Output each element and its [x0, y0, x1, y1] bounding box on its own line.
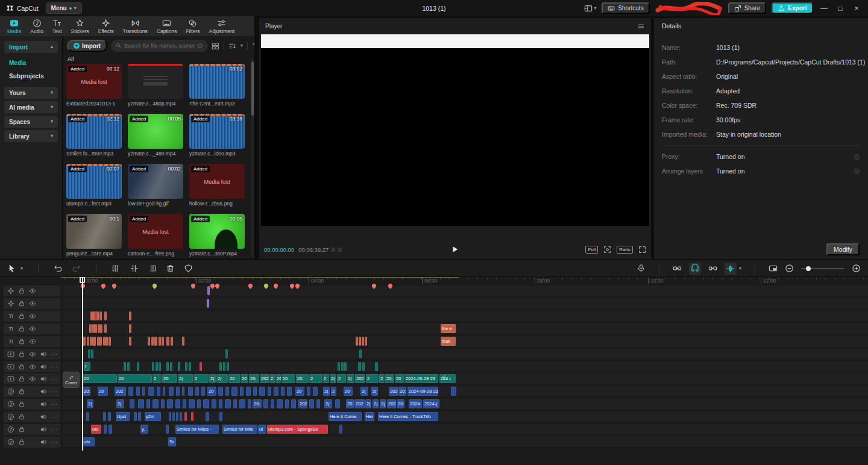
more-options-icon[interactable]: ···	[51, 364, 58, 370]
timeline-clip[interactable]	[203, 399, 209, 408]
timeline-clip[interactable]: 20	[118, 374, 152, 383]
preview-icon[interactable]	[769, 264, 778, 273]
timeline-clip[interactable]	[137, 362, 139, 371]
frame-step-icon[interactable]	[331, 248, 335, 252]
timeline-clip[interactable]	[240, 387, 244, 396]
more-options-icon[interactable]: ···	[51, 426, 58, 432]
playhead[interactable]	[82, 277, 83, 451]
media-card[interactable]: Added00:07utomp3.c...fect.mp3	[66, 164, 122, 207]
timeline-clip[interactable]	[108, 412, 111, 421]
timeline-clip[interactable]	[225, 349, 228, 358]
timeline-clip[interactable]	[259, 387, 265, 396]
timeline-clip[interactable]	[104, 311, 107, 320]
timeline-clip[interactable]: 2	[322, 374, 329, 383]
timeline-clip[interactable]: f	[84, 362, 90, 371]
search-input[interactable]	[124, 43, 195, 49]
timeline-clip[interactable]	[219, 399, 222, 408]
mic-icon[interactable]	[637, 264, 646, 273]
timeline-clip[interactable]	[148, 387, 154, 396]
focus-icon[interactable]	[603, 246, 611, 254]
timeline-clip[interactable]: 2(	[324, 399, 332, 408]
import-button[interactable]: + Import	[67, 40, 107, 52]
timeline-clip[interactable]	[365, 337, 367, 346]
timeline-clip[interactable]	[375, 362, 378, 371]
timeline-clip[interactable]	[134, 412, 137, 421]
timeline-clip[interactable]: 2024-09-28 23	[404, 374, 438, 383]
magnet-icon[interactable]	[689, 263, 701, 275]
tab-audio[interactable]: Audio	[30, 19, 43, 34]
media-card[interactable]: Added00:05y2mate.c..._480.mp4	[128, 114, 183, 157]
timeline-clip[interactable]	[188, 387, 193, 396]
timeline-clip[interactable]	[231, 387, 237, 396]
timeline-clip[interactable]	[138, 399, 144, 408]
timeline-clip[interactable]: uto	[83, 437, 95, 446]
tab-media[interactable]: Media	[7, 19, 21, 34]
timeline-clip[interactable]	[291, 399, 296, 408]
export-button[interactable]: Export	[772, 2, 813, 14]
timeline-clip[interactable]: Smiles for Miles -	[175, 425, 219, 434]
timeline-clip[interactable]	[103, 412, 106, 421]
timeline-clip[interactable]	[362, 337, 364, 346]
timeline-clip[interactable]: Here it Comes - TrackTrib	[378, 412, 438, 421]
media-card[interactable]: Added02:12Smiles fo...rtner.mp3	[66, 114, 122, 157]
timeline-clip[interactable]	[184, 412, 187, 421]
filter-all-label[interactable]: All	[68, 55, 74, 62]
split-mid-icon[interactable]	[130, 264, 139, 273]
timeline-clip[interactable]	[142, 387, 145, 396]
zoom-out-icon[interactable]	[785, 264, 794, 273]
timeline-zoom-slider[interactable]	[801, 268, 844, 269]
timeline-clip[interactable]	[338, 362, 340, 371]
scrollbar-thumb[interactable]	[251, 61, 254, 116]
timeline-clip[interactable]	[162, 337, 164, 346]
ratio-button[interactable]: Ratio	[617, 246, 633, 254]
slider-knob[interactable]	[806, 266, 811, 271]
timeline-clip[interactable]	[309, 399, 314, 408]
media-card[interactable]: Media lostAddedhollow-r...2b55.png	[189, 164, 245, 207]
media-card[interactable]: Added00:02low-tier-god-ltg.gif	[128, 164, 183, 207]
timeline-clip[interactable]: uto	[91, 425, 101, 434]
timeline-clip[interactable]	[195, 387, 199, 396]
timeline-clip[interactable]: 2(	[365, 399, 371, 408]
media-card[interactable]: Added03:16y2mate.c...ideo.mp3	[189, 114, 245, 157]
timeline-clip[interactable]	[201, 387, 205, 396]
timeline-clip[interactable]	[176, 387, 180, 396]
timeline-clip[interactable]	[83, 337, 86, 346]
timeline-clip[interactable]: 20	[228, 374, 240, 383]
timeline-clip[interactable]: 20;	[83, 387, 90, 396]
timeline-clip[interactable]: 20;	[249, 374, 259, 383]
more-options-icon[interactable]: ···	[51, 351, 58, 357]
timeline-clip[interactable]: Sr	[168, 437, 176, 446]
timeline-clip[interactable]	[163, 387, 165, 396]
timeline-clip[interactable]	[189, 362, 191, 371]
timeline-clip[interactable]	[274, 387, 278, 396]
timeline-clip[interactable]: 2	[153, 374, 162, 383]
timeline-clip[interactable]	[171, 337, 173, 346]
timeline-clip[interactable]	[197, 399, 201, 408]
frame-step-icon[interactable]	[338, 248, 342, 252]
play-button[interactable]	[451, 245, 459, 254]
timeline-clip[interactable]: 2(	[347, 374, 354, 383]
timeline-clip[interactable]: 2	[379, 374, 385, 383]
player-menu-icon[interactable]	[637, 22, 645, 30]
timeline-clip[interactable]: 2(	[216, 374, 228, 383]
more-options-icon[interactable]: ···	[51, 439, 58, 445]
timeline-clip[interactable]	[277, 399, 283, 408]
timeline-clip[interactable]	[169, 387, 174, 396]
timeline-clip[interactable]	[191, 412, 193, 421]
timeline-clip[interactable]	[285, 399, 289, 408]
timeline-clip[interactable]	[189, 399, 195, 408]
timeline-clip[interactable]	[175, 399, 180, 408]
timeline-clip[interactable]	[104, 425, 107, 434]
media-card[interactable]: 03:02The Cent...eart.mp3	[189, 64, 245, 107]
sidebar-item-import[interactable]: Import▴	[4, 41, 58, 53]
delete-icon[interactable]	[166, 264, 175, 273]
close-button[interactable]: ×	[851, 4, 862, 13]
timeline-clip[interactable]	[227, 362, 229, 371]
timeline-clip[interactable]	[89, 324, 92, 333]
timeline-clip[interactable]: 20;	[385, 374, 394, 383]
timeline-clip[interactable]: Here it Come:	[329, 412, 362, 421]
timeline-clip[interactable]: 20	[346, 399, 354, 408]
timeline-clip[interactable]	[129, 337, 131, 346]
timeline-clip[interactable]	[154, 337, 157, 346]
media-card[interactable]: Added00:05y2mate.c...360P.mp4	[189, 214, 245, 257]
